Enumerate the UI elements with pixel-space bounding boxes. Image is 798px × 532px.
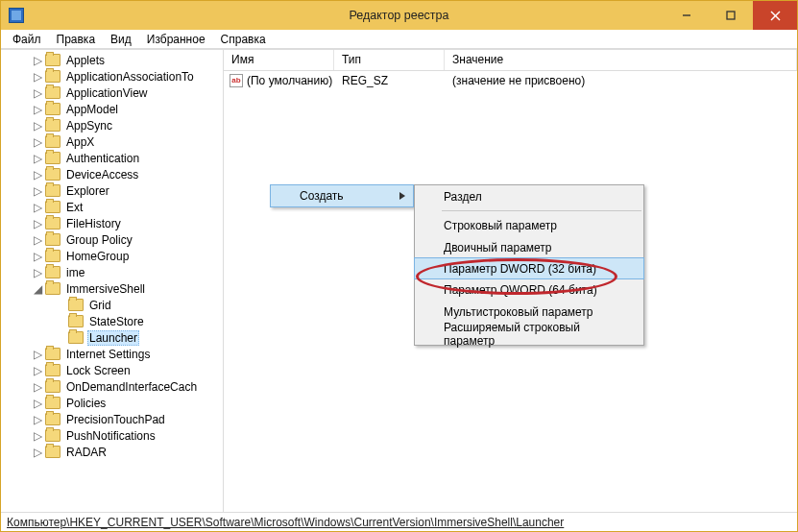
menu-item-binary[interactable]: Двоичный параметр	[415, 236, 643, 258]
window-controls	[665, 1, 797, 30]
tree-item[interactable]: ▷Ext	[5, 199, 223, 215]
folder-icon	[45, 217, 60, 230]
folder-icon	[45, 364, 60, 376]
create-submenu[interactable]: Раздел Строковый параметр Двоичный парам…	[414, 184, 644, 346]
titlebar[interactable]: Редактор реестра	[1, 1, 797, 30]
tree-item-label: Applets	[64, 54, 107, 67]
tree-item[interactable]: ▷Internet Settings	[5, 346, 223, 362]
tree-item[interactable]: ▷Applets	[5, 52, 223, 68]
tree-item[interactable]: ▷FileHistory	[5, 215, 223, 231]
tree-item[interactable]: ▷Explorer	[5, 182, 223, 199]
tree-expand-closed-icon[interactable]: ▷	[32, 398, 43, 409]
tree-expand-closed-icon[interactable]: ▷	[32, 365, 43, 376]
value-row[interactable]: ab (По умолчанию) REG_SZ (значение не пр…	[224, 71, 797, 90]
tree-expand-closed-icon[interactable]: ▷	[32, 55, 43, 66]
tree-expand-closed-icon[interactable]: ▷	[32, 185, 43, 197]
tree-item-label: ApplicationAssociationTo	[64, 70, 196, 84]
menu-item-qword[interactable]: Параметр QWORD (64 бита)	[415, 278, 643, 301]
close-button[interactable]	[753, 1, 797, 30]
registry-tree[interactable]: ▷Applets▷ApplicationAssociationTo▷Applic…	[1, 50, 224, 512]
folder-icon	[45, 70, 60, 83]
tree-expand-closed-icon[interactable]: ▷	[32, 120, 43, 132]
menu-item-string[interactable]: Строковый параметр	[415, 214, 643, 236]
col-type[interactable]: Тип	[334, 50, 445, 70]
tree-expand-closed-icon[interactable]: ▷	[32, 447, 43, 458]
tree-item[interactable]: ▷PushNotifications	[5, 427, 223, 444]
tree-item-label: Grid	[87, 299, 113, 312]
menu-fav[interactable]: Избранное	[139, 31, 213, 48]
folder-icon	[45, 348, 60, 360]
tree-expand-closed-icon[interactable]: ▷	[32, 153, 43, 164]
tree-expand-closed-icon[interactable]: ▷	[32, 267, 43, 278]
tree-expand-none	[55, 332, 66, 344]
tree-item[interactable]: ▷OnDemandInterfaceCach	[5, 378, 223, 395]
tree-item-label: HomeGroup	[64, 250, 131, 263]
tree-item[interactable]: ▷PrecisionTouchPad	[5, 411, 223, 427]
tree-item-label: ime	[64, 266, 86, 279]
tree-item[interactable]: ▷ApplicationAssociationTo	[5, 68, 223, 85]
tree-item[interactable]: Launcher	[5, 329, 223, 346]
menu-item-expandstring[interactable]: Расширяемый строковый параметр	[415, 323, 643, 345]
folder-icon	[68, 299, 84, 311]
tree-item[interactable]: StateStore	[5, 313, 223, 329]
tree-item[interactable]: ◢ImmersiveShell	[5, 280, 223, 297]
status-path: Компьютер\HKEY_CURRENT_USER\Software\Mic…	[7, 516, 564, 529]
tree-expand-closed-icon[interactable]: ▷	[32, 136, 43, 148]
menu-item-create[interactable]: Создать	[270, 184, 414, 207]
tree-expand-closed-icon[interactable]: ▷	[32, 218, 43, 230]
tree-expand-closed-icon[interactable]: ▷	[32, 169, 43, 181]
tree-expand-closed-icon[interactable]: ▷	[32, 87, 43, 99]
folder-icon	[68, 315, 84, 327]
menu-edit[interactable]: Правка	[49, 31, 104, 48]
tree-item[interactable]: ▷ApplicationView	[5, 85, 223, 101]
tree-expand-open-icon[interactable]: ◢	[32, 283, 43, 295]
folder-icon	[45, 397, 60, 409]
context-menu[interactable]: Создать	[270, 184, 414, 207]
tree-item[interactable]: ▷Group Policy	[5, 231, 223, 248]
tree-expand-closed-icon[interactable]: ▷	[32, 349, 43, 360]
menu-item-key[interactable]: Раздел	[415, 185, 643, 207]
tree-item[interactable]: ▷RADAR	[5, 444, 223, 460]
tree-expand-closed-icon[interactable]: ▷	[32, 430, 43, 442]
tree-item-label: Ext	[64, 201, 85, 214]
tree-item-label: RADAR	[64, 446, 109, 459]
tree-item[interactable]: ▷ime	[5, 264, 223, 280]
tree-item[interactable]: ▷AppSync	[5, 117, 223, 133]
tree-item[interactable]: ▷DeviceAccess	[5, 166, 223, 182]
menu-file[interactable]: Файл	[5, 31, 49, 48]
tree-expand-closed-icon[interactable]: ▷	[32, 234, 43, 246]
tree-item-label: ApplicationView	[64, 86, 150, 100]
tree-item-label: OnDemandInterfaceCach	[64, 380, 199, 394]
folder-icon	[45, 233, 60, 246]
menu-view[interactable]: Вид	[103, 31, 139, 48]
folder-icon	[45, 446, 60, 458]
tree-expand-closed-icon[interactable]: ▷	[32, 414, 43, 425]
menu-help[interactable]: Справка	[213, 31, 274, 48]
tree-item[interactable]: ▷HomeGroup	[5, 248, 223, 264]
tree-item[interactable]: ▷Lock Screen	[5, 362, 223, 378]
tree-expand-closed-icon[interactable]: ▷	[32, 104, 43, 115]
minimize-button[interactable]	[665, 1, 709, 30]
tree-item[interactable]: ▷Policies	[5, 395, 223, 411]
folder-icon	[45, 250, 60, 262]
tree-item[interactable]: ▷AppModel	[5, 101, 223, 117]
maximize-button[interactable]	[709, 1, 753, 30]
tree-item[interactable]: ▷AppX	[5, 133, 223, 150]
tree-item[interactable]: Grid	[5, 297, 223, 313]
menu-item-dword[interactable]: Параметр DWORD (32 бита)	[414, 257, 644, 279]
columns-header: Имя Тип Значение	[224, 50, 797, 71]
tree-expand-closed-icon[interactable]: ▷	[32, 251, 43, 262]
folder-icon	[45, 266, 60, 278]
submenu-arrow-icon	[399, 189, 405, 203]
tree-item[interactable]: ▷Authentication	[5, 150, 223, 166]
tree-expand-closed-icon[interactable]: ▷	[32, 202, 43, 213]
folder-icon	[45, 429, 60, 442]
col-name[interactable]: Имя	[224, 50, 334, 70]
tree-expand-none	[55, 316, 66, 327]
folder-icon	[45, 168, 60, 181]
folder-icon	[45, 413, 60, 425]
tree-expand-closed-icon[interactable]: ▷	[32, 381, 43, 393]
regedit-icon	[9, 8, 24, 23]
col-value[interactable]: Значение	[445, 50, 797, 70]
tree-expand-closed-icon[interactable]: ▷	[32, 71, 43, 83]
